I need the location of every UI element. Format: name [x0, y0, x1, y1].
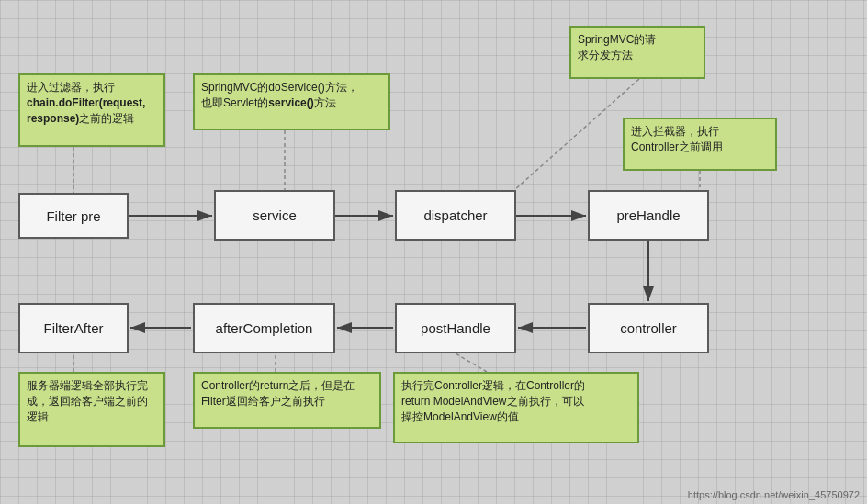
svg-line-14 — [456, 353, 487, 372]
annotation-dispatcher: SpringMVC的请求分发方法 — [569, 26, 705, 79]
node-prehandle: preHandle — [588, 190, 709, 241]
node-posthandle: postHandle — [395, 303, 516, 353]
node-service: service — [214, 190, 335, 241]
node-filter-pre: Filter pre — [18, 193, 129, 239]
node-filterafter: FilterAfter — [18, 303, 129, 353]
annotation-filterafter: 服务器端逻辑全部执行完成，返回给客户端之前的逻辑 — [18, 372, 165, 447]
annotation-aftercompletion: Controller的return之后，但是在Filter返回给客户之前执行 — [193, 372, 381, 429]
node-dispatcher: dispatcher — [395, 190, 516, 241]
node-controller: controller — [588, 303, 709, 353]
annotation-service: SpringMVC的doService()方法，也即Servlet的servic… — [193, 73, 390, 130]
watermark: https://blog.csdn.net/weixin_45750972 — [688, 489, 860, 500]
annotation-prehandle: 进入拦截器，执行Controller之前调用 — [623, 118, 777, 171]
svg-line-10 — [514, 79, 639, 190]
node-aftercompletion: afterCompletion — [193, 303, 335, 353]
diagram-canvas: 进入过滤器，执行chain.doFilter(request,response)… — [0, 0, 867, 504]
annotation-filter-pre: 进入过滤器，执行chain.doFilter(request,response)… — [18, 73, 165, 147]
annotation-posthandle: 执行完Controller逻辑，在Controller的return Model… — [393, 372, 639, 443]
